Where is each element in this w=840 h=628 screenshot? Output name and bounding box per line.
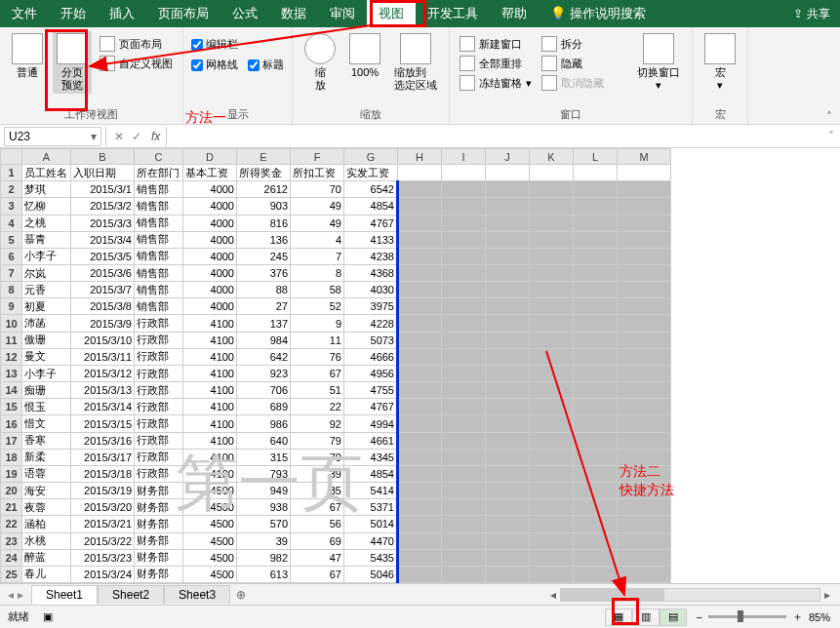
tab-home[interactable]: 开始	[49, 0, 98, 27]
cell[interactable]: 4500	[183, 549, 237, 566]
cell[interactable]: 5371	[344, 499, 398, 516]
cell[interactable]: 4470	[344, 532, 398, 549]
sheet-tab-1[interactable]: Sheet1	[31, 585, 98, 605]
sheet-nav-prev[interactable]: ◂	[8, 588, 14, 602]
row-header[interactable]: 20	[1, 483, 22, 499]
cell[interactable]: 39	[237, 532, 291, 549]
cell[interactable]: 88	[237, 282, 291, 298]
cell[interactable]: 2015/3/2	[71, 198, 135, 215]
cell[interactable]: 640	[237, 432, 291, 449]
cell[interactable]: 小李子	[22, 248, 71, 264]
cell[interactable]: 销售部	[135, 248, 183, 264]
cell[interactable]: 92	[291, 415, 344, 432]
cell[interactable]: 4100	[183, 332, 237, 348]
cell[interactable]: 49	[291, 215, 344, 231]
cell[interactable]: 986	[237, 415, 291, 432]
cell[interactable]: 财务部	[135, 499, 183, 516]
spreadsheet-grid[interactable]: ABCDEFGHIJKLM1员工姓名入职日期所在部门基本工资所得奖金所扣工资实发…	[0, 148, 840, 583]
cell[interactable]: 4368	[344, 265, 398, 282]
cell[interactable]: 2015/3/16	[71, 432, 135, 449]
column-header[interactable]: H	[398, 149, 442, 165]
cell[interactable]: 之桃	[22, 215, 71, 231]
row-header[interactable]: 17	[1, 432, 22, 449]
zoom-100-button[interactable]: 100%	[345, 31, 384, 81]
cell[interactable]: 7	[291, 248, 344, 264]
cell[interactable]: 销售部	[135, 282, 183, 298]
sheet-tab-3[interactable]: Sheet3	[164, 585, 230, 604]
sheet-nav-next[interactable]: ▸	[18, 588, 23, 602]
cell[interactable]: 923	[237, 365, 291, 381]
cell[interactable]: 销售部	[135, 298, 183, 315]
table-header-cell[interactable]: 所得奖金	[237, 165, 291, 181]
normal-view-icon[interactable]: ▦	[605, 608, 632, 626]
page-layout-view-icon[interactable]: ▥	[632, 608, 660, 626]
collapse-ribbon-button[interactable]: ˄	[819, 27, 840, 124]
cell[interactable]: 4100	[183, 465, 237, 482]
cell[interactable]: 69	[291, 532, 344, 549]
fx-button[interactable]: fx	[149, 130, 166, 143]
cell[interactable]: 35	[291, 483, 344, 499]
cell[interactable]: 4500	[183, 499, 237, 516]
cell[interactable]: 销售部	[135, 231, 183, 248]
tab-tellme[interactable]: 💡 操作说明搜索	[539, 0, 658, 27]
cell[interactable]: 2015/3/23	[71, 549, 135, 566]
cell[interactable]: 2015/3/9	[71, 315, 135, 332]
cell[interactable]: 小李子	[22, 365, 71, 381]
row-header[interactable]: 13	[1, 365, 22, 381]
cell[interactable]: 4100	[183, 449, 237, 465]
horizontal-scrollbar[interactable]: ◂ ▸	[540, 588, 840, 602]
cell[interactable]: 816	[237, 215, 291, 231]
cell[interactable]: 2015/3/5	[71, 248, 135, 264]
row-header[interactable]: 14	[1, 382, 22, 399]
cell[interactable]: 2015/3/22	[71, 532, 135, 549]
cancel-icon[interactable]: ✕	[114, 130, 124, 143]
cell[interactable]: 4133	[344, 231, 398, 248]
cell[interactable]: 136	[237, 231, 291, 248]
cell[interactable]: 行政部	[135, 348, 183, 365]
page-layout-button[interactable]: 页面布局	[98, 35, 175, 53]
row-header[interactable]: 23	[1, 532, 22, 549]
cell[interactable]: 4661	[344, 432, 398, 449]
cell[interactable]: 4767	[344, 215, 398, 231]
zoom-slider[interactable]	[708, 615, 786, 618]
cell[interactable]: 4000	[183, 215, 237, 231]
share-button[interactable]: ⇪共享	[783, 6, 840, 22]
cell[interactable]: 642	[237, 348, 291, 365]
cell[interactable]: 2015/3/24	[71, 566, 135, 582]
cell[interactable]: 5046	[344, 566, 398, 582]
cell[interactable]: 376	[237, 265, 291, 282]
column-header[interactable]: E	[237, 149, 291, 165]
cell[interactable]: 137	[237, 315, 291, 332]
cell[interactable]: 39	[291, 465, 344, 482]
cell[interactable]: 4500	[183, 483, 237, 499]
cell[interactable]: 245	[237, 248, 291, 264]
cell[interactable]: 2612	[237, 181, 291, 198]
cell[interactable]: 9	[291, 315, 344, 332]
split-button[interactable]: 拆分	[540, 35, 606, 53]
row-header[interactable]: 1	[1, 165, 22, 181]
cell[interactable]: 4000	[183, 231, 237, 248]
cell[interactable]: 67	[291, 499, 344, 516]
cell[interactable]: 4956	[344, 365, 398, 381]
column-header[interactable]: K	[530, 149, 574, 165]
cell[interactable]: 销售部	[135, 215, 183, 231]
cell[interactable]: 11	[291, 332, 344, 348]
cell[interactable]: 2015/3/14	[71, 399, 135, 415]
cell[interactable]: 销售部	[135, 181, 183, 198]
cell[interactable]: 初夏	[22, 298, 71, 315]
cell[interactable]: 水桃	[22, 532, 71, 549]
cell[interactable]: 2015/3/1	[71, 181, 135, 198]
tab-review[interactable]: 审阅	[318, 0, 367, 27]
window-icon1[interactable]	[612, 35, 627, 51]
cell[interactable]: 2015/3/8	[71, 298, 135, 315]
expand-formula-bar[interactable]: ˅	[822, 130, 840, 143]
cell[interactable]: 27	[237, 298, 291, 315]
cell[interactable]: 财务部	[135, 516, 183, 532]
name-box[interactable]: U23▾	[4, 127, 101, 146]
freeze-panes-button[interactable]: 冻结窗格 ▾	[458, 74, 534, 92]
cell[interactable]: 8	[291, 265, 344, 282]
cell[interactable]: 销售部	[135, 198, 183, 215]
headings-checkbox[interactable]: 标题	[248, 56, 284, 74]
cell[interactable]: 2015/3/6	[71, 265, 135, 282]
cell[interactable]: 56	[291, 516, 344, 532]
